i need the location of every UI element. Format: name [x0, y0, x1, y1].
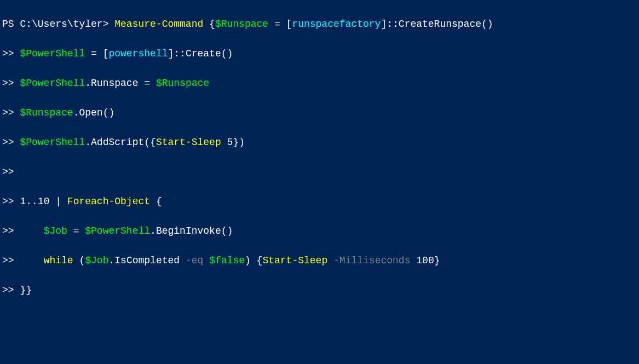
- milliseconds-param: -Milliseconds: [333, 255, 410, 266]
- command-line-2: >> $PowerShell = [powershell]::Create(): [2, 47, 637, 61]
- iscompleted-property: IsCompleted: [114, 255, 180, 266]
- command-line-9: >> while ($Job.IsCompleted -eq $false) {…: [2, 253, 637, 268]
- terminal-output[interactable]: PS C:\Users\tyler> Measure-Command {$Run…: [2, 2, 637, 364]
- continuation-prompt: >>: [2, 196, 20, 207]
- eq-operator: -eq: [186, 255, 203, 266]
- foreach-object-cmdlet: Foreach-Object: [67, 196, 150, 207]
- while-keyword: while: [44, 255, 73, 266]
- runspace-variable: $Runspace: [215, 19, 268, 30]
- command-line-6: >>: [2, 165, 637, 180]
- start-sleep-cmdlet: Start-Sleep: [156, 137, 221, 148]
- open-brace: {: [209, 19, 215, 30]
- powershell-variable: $PowerShell: [20, 137, 85, 148]
- sleep-seconds: 5: [227, 137, 233, 148]
- command-line-3: >> $PowerShell.Runspace = $Runspace: [2, 76, 637, 91]
- runspacefactory-type: runspacefactory: [292, 19, 381, 30]
- command-line-4: >> $Runspace.Open(): [2, 106, 637, 120]
- job-variable: $Job: [85, 255, 108, 266]
- start-sleep-cmdlet: Start-Sleep: [262, 255, 327, 266]
- runspace-property: Runspace: [91, 78, 138, 89]
- continuation-prompt: >>: [2, 255, 20, 266]
- continuation-prompt: >>: [2, 137, 20, 148]
- command-line-10: >> }}: [2, 283, 637, 298]
- prompt-suffix: >: [103, 19, 115, 30]
- command-line-5: >> $PowerShell.AddScript({Start-Sleep 5}…: [2, 135, 637, 150]
- create-method: Create(): [186, 48, 233, 59]
- open-method: Open(): [79, 107, 114, 118]
- continuation-prompt: >>: [2, 285, 20, 296]
- close-braces: }}: [20, 285, 32, 296]
- runspace-variable: $Runspace: [20, 107, 73, 118]
- prompt-path: C:\Users\tyler: [20, 19, 102, 30]
- blank-line: [2, 313, 637, 327]
- runspace-variable: $Runspace: [156, 78, 209, 89]
- powershell-variable: $PowerShell: [20, 78, 85, 89]
- command-line-8: >> $Job = $PowerShell.BeginInvoke(): [2, 224, 637, 239]
- prompt-ps: PS: [2, 19, 20, 30]
- range-end: 10: [38, 196, 50, 207]
- continuation-prompt: >>: [2, 48, 20, 59]
- begininvoke-method: BeginInvoke(): [156, 226, 233, 236]
- continuation-prompt: >>: [2, 226, 20, 236]
- command-line-1: PS C:\Users\tyler> Measure-Command {$Run…: [2, 17, 637, 32]
- command-line-7: >> 1..10 | Foreach-Object {: [2, 194, 637, 209]
- job-variable: $Job: [44, 226, 67, 236]
- continuation-prompt: >>: [2, 166, 20, 177]
- false-value: $false: [209, 255, 245, 266]
- create-runspace-method: CreateRunspace(): [399, 19, 493, 30]
- continuation-prompt: >>: [2, 78, 20, 89]
- range-start: 1: [20, 196, 26, 207]
- measure-command-cmdlet: Measure-Command: [114, 19, 203, 30]
- powershell-variable: $PowerShell: [85, 226, 150, 236]
- blank-line: [2, 342, 637, 357]
- powershell-variable: $PowerShell: [20, 48, 85, 59]
- continuation-prompt: >>: [2, 107, 20, 118]
- milliseconds-value: 100: [416, 255, 434, 266]
- addscript-method: AddScript(: [91, 137, 150, 148]
- powershell-type: powershell: [108, 48, 168, 59]
